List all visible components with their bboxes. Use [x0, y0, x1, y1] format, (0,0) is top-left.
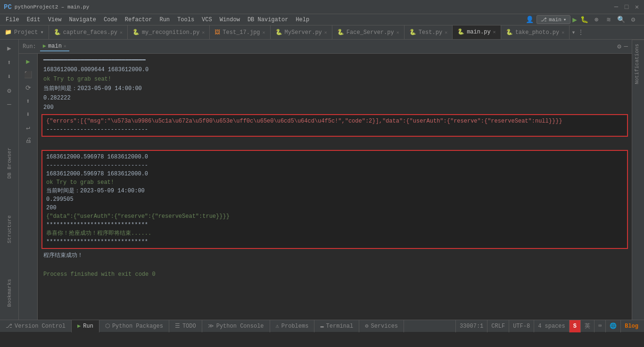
menu-help[interactable]: Help	[292, 16, 313, 24]
line-separator[interactable]: CRLF	[487, 320, 509, 332]
settings-icon[interactable]: ⚙	[628, 15, 638, 25]
user-icon[interactable]: 👤	[524, 15, 535, 25]
run-next-button[interactable]: ⬇	[23, 108, 34, 120]
tab-close-8[interactable]: ✕	[561, 30, 564, 35]
tab-close-3[interactable]: ✕	[263, 30, 265, 35]
sidebar-scroll-down-icon[interactable]: ⬇	[2, 70, 17, 83]
run-panel-header: Run: ▶ main ✕ ⚙ ─	[19, 40, 632, 54]
console-output: ━━━━━━━━━━━━━━━━━━━━━━━━━━━━━━ 168361200…	[38, 54, 632, 320]
menu-tools[interactable]: Tools	[173, 16, 198, 24]
tab-close-7[interactable]: ✕	[493, 29, 496, 35]
run-rerun-button[interactable]: ⟳	[23, 82, 34, 93]
menu-edit[interactable]: Edit	[23, 16, 44, 24]
sidebar-db-browser-icon[interactable]: DB Browser	[2, 144, 17, 182]
run-panel-collapse-icon[interactable]: ─	[624, 43, 628, 50]
coverage-button[interactable]: ⊛	[591, 15, 602, 25]
status-tab-services[interactable]: ⚙ Services	[359, 320, 404, 332]
box2-l7: 200	[46, 204, 623, 212]
tab-label-8: take_photo.py	[515, 29, 560, 36]
tab-myserver[interactable]: 🐍 MyServer.py ✕	[271, 25, 332, 40]
console-spacer	[38, 139, 632, 148]
services-icon: ⚙	[365, 322, 368, 330]
notifications-tab[interactable]: Notifications	[632, 40, 644, 88]
run-restart-button[interactable]: ▶	[23, 56, 34, 67]
tab-close-2[interactable]: ✕	[202, 30, 205, 35]
indent-info[interactable]: 4 spaces	[534, 320, 569, 332]
sidebar-scroll-up-icon[interactable]: ⬆	[2, 56, 17, 69]
tab-close-4[interactable]: ✕	[324, 30, 327, 35]
minimize-button[interactable]: ─	[613, 4, 619, 10]
tab-main[interactable]: 🐍 main.py ✕	[453, 25, 501, 40]
menu-window[interactable]: Window	[216, 16, 244, 24]
sidebar-structure-icon[interactable]: Structure	[2, 215, 17, 243]
extra-status-1: 英	[580, 320, 594, 332]
run-prev-button[interactable]: ⬆	[23, 95, 34, 107]
menu-view[interactable]: View	[44, 16, 66, 24]
run-tab-label: main	[48, 43, 62, 50]
menu-refactor[interactable]: Refactor	[121, 16, 156, 24]
packages-icon: ⬡	[105, 322, 110, 330]
run-tab-close[interactable]: ✕	[64, 43, 66, 49]
menu-file[interactable]: File	[2, 16, 23, 24]
status-tab-version-control[interactable]: ⎇ Version Control	[0, 320, 72, 332]
sidebar-minus-icon[interactable]: ─	[2, 98, 17, 111]
right-sidebar-tabs: Notifications	[632, 40, 644, 320]
img-icon-3: 🖼	[215, 29, 220, 36]
terminal-label: Terminal	[326, 323, 354, 330]
packages-label: Python Packages	[112, 323, 163, 330]
run-print-button[interactable]: 🖨	[23, 135, 34, 146]
box2-l10: 恭喜你！抢座成功！程序即将结束......	[46, 229, 623, 238]
sidebar-settings-icon[interactable]: ⚙	[2, 84, 17, 97]
menu-db-navigator[interactable]: DB Navigator	[244, 16, 292, 24]
branch-selector[interactable]: ⎇ main ▾	[537, 15, 570, 24]
status-tab-python-console[interactable]: ≫ Python Console	[202, 320, 270, 332]
tab-close-6[interactable]: ✕	[445, 30, 447, 35]
status-tab-python-packages[interactable]: ⬡ Python Packages	[99, 320, 169, 332]
sidebar-bookmark-icon[interactable]: Bookmarks	[2, 276, 17, 309]
maximize-button[interactable]: □	[623, 4, 630, 10]
status-tab-run[interactable]: ▶ Run	[72, 320, 99, 332]
tab-capture-faces[interactable]: 🐍 capture_faces.py ✕	[49, 25, 128, 40]
run-panel-settings-icon[interactable]: ⚙	[617, 42, 621, 50]
tab-test17[interactable]: 🖼 Test_17.jpg ✕	[210, 25, 270, 40]
status-bar: ⎇ Version Control ▶ Run ⬡ Python Package…	[0, 320, 644, 332]
tab-close-1[interactable]: ✕	[120, 30, 123, 35]
tab-take-photo[interactable]: 🐍 take_photo.py ✕	[501, 25, 570, 40]
sogou-badge: S	[569, 320, 580, 332]
menu-run[interactable]: Run	[156, 16, 173, 24]
console-line-6: 200	[38, 103, 632, 112]
run-button[interactable]: ▶	[572, 15, 577, 25]
tab-test[interactable]: 🐍 Test.py ✕	[405, 25, 453, 40]
tabs-settings-icon[interactable]: ⋮	[578, 28, 584, 36]
run-soft-wrap-button[interactable]: ↵	[23, 122, 34, 133]
status-tab-todo[interactable]: ☰ TODO	[169, 320, 202, 332]
project-label: Project	[14, 29, 38, 36]
file-encoding[interactable]: UTF-8	[509, 320, 534, 332]
run-tab-main[interactable]: ▶ main ✕	[40, 41, 69, 51]
search-everywhere-icon[interactable]: 🔍	[616, 15, 626, 25]
status-tab-problems[interactable]: ⚠ Problems	[270, 320, 315, 332]
extra-status-2: ⌨	[594, 320, 605, 332]
profile-button[interactable]: ≋	[603, 15, 614, 25]
tab-close-5[interactable]: ✕	[396, 30, 399, 35]
tabs-overflow-button[interactable]: ▾	[571, 28, 575, 36]
sidebar-run-icon[interactable]: ▶	[2, 41, 17, 55]
menu-bar: File Edit View Navigate Code Refactor Ru…	[0, 14, 644, 25]
todo-label: TODO	[182, 323, 196, 330]
tab-face-server[interactable]: 🐍 Face_Server.py ✕	[332, 25, 405, 40]
terminal-icon: ▬	[320, 323, 323, 330]
blog-badge: Blog	[620, 320, 642, 332]
close-button[interactable]: ✕	[634, 4, 640, 10]
tab-my-recognition[interactable]: 🐍 my_recognition.py ✕	[128, 25, 210, 40]
tab-label-6: Test.py	[419, 29, 442, 36]
menu-code[interactable]: Code	[100, 16, 121, 24]
tab-label-3: Test_17.jpg	[223, 29, 260, 36]
menu-vcs[interactable]: VCS	[198, 16, 216, 24]
run-label: Run:	[23, 43, 36, 50]
debug-button[interactable]: 🐛	[579, 15, 589, 25]
run-stop-button[interactable]: ⬛	[23, 69, 34, 80]
menu-navigate[interactable]: Navigate	[65, 16, 100, 24]
tab-project[interactable]: 📁 Project ▾	[0, 25, 49, 40]
status-tab-terminal[interactable]: ▬ Terminal	[314, 320, 359, 332]
tab-label-7: main.py	[467, 29, 490, 35]
